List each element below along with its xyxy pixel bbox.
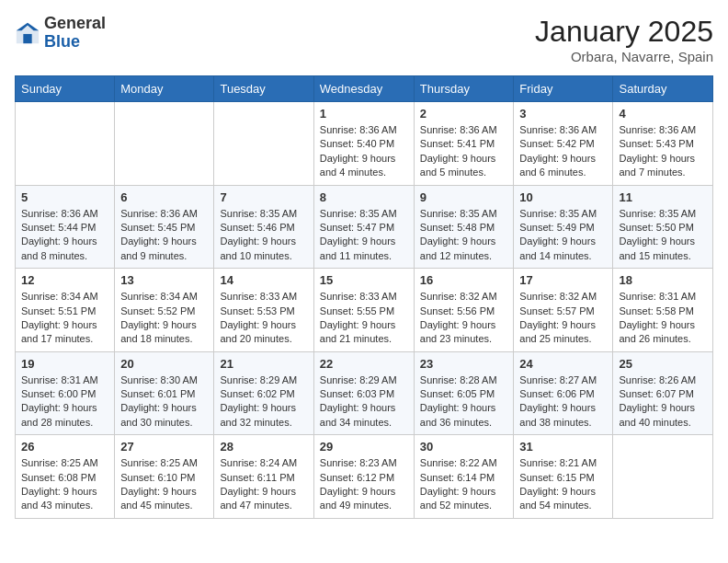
- calendar-cell: 11Sunrise: 8:35 AMSunset: 5:50 PMDayligh…: [613, 185, 713, 269]
- cell-line: Daylight: 9 hours: [21, 485, 108, 499]
- cell-line: Daylight: 9 hours: [120, 235, 208, 248]
- calendar-cell: [115, 102, 214, 186]
- cell-line: Sunset: 5:49 PM: [519, 221, 607, 235]
- cell-line: Daylight: 9 hours: [320, 485, 408, 499]
- cell-line: Daylight: 9 hours: [120, 318, 208, 332]
- cell-line: Sunset: 5:55 PM: [320, 304, 408, 318]
- cell-line: Daylight: 9 hours: [21, 318, 108, 332]
- cell-line: and 14 minutes.: [519, 249, 607, 263]
- cell-line: Daylight: 9 hours: [519, 485, 607, 499]
- cell-line: Sunset: 5:47 PM: [320, 221, 408, 235]
- cell-content: Sunrise: 8:35 AMSunset: 5:47 PMDaylight:…: [320, 207, 408, 264]
- calendar-cell: 18Sunrise: 8:31 AMSunset: 5:58 PMDayligh…: [613, 269, 713, 352]
- cell-line: Sunset: 5:52 PM: [120, 304, 208, 318]
- cell-line: Sunset: 6:00 PM: [21, 387, 108, 401]
- cell-line: Sunset: 5:51 PM: [21, 304, 108, 318]
- cell-content: Sunrise: 8:25 AMSunset: 6:08 PMDaylight:…: [21, 456, 108, 513]
- calendar-week-5: 26Sunrise: 8:25 AMSunset: 6:08 PMDayligh…: [16, 435, 713, 519]
- calendar-week-2: 5Sunrise: 8:36 AMSunset: 5:44 PMDaylight…: [16, 185, 713, 269]
- calendar-cell: 14Sunrise: 8:33 AMSunset: 5:53 PMDayligh…: [214, 269, 313, 352]
- cell-line: Sunset: 5:44 PM: [21, 221, 108, 235]
- day-number: 10: [519, 190, 607, 204]
- cell-line: Sunset: 5:43 PM: [619, 137, 707, 151]
- cell-line: and 9 minutes.: [120, 249, 208, 263]
- calendar-cell: 25Sunrise: 8:26 AMSunset: 6:07 PMDayligh…: [613, 351, 713, 435]
- cell-line: Sunrise: 8:21 AM: [519, 456, 607, 470]
- cell-content: Sunrise: 8:29 AMSunset: 6:02 PMDaylight:…: [220, 373, 307, 431]
- day-number: 8: [320, 190, 408, 204]
- day-number: 24: [519, 357, 607, 371]
- calendar-cell: [613, 435, 713, 519]
- day-number: 6: [120, 190, 208, 204]
- cell-content: Sunrise: 8:36 AMSunset: 5:42 PMDaylight:…: [519, 123, 607, 180]
- cell-line: Sunset: 6:08 PM: [21, 471, 108, 485]
- cell-line: Sunrise: 8:36 AM: [320, 123, 408, 137]
- calendar-cell: 31Sunrise: 8:21 AMSunset: 6:15 PMDayligh…: [514, 435, 613, 519]
- cell-line: Daylight: 9 hours: [21, 401, 108, 415]
- calendar-cell: 2Sunrise: 8:36 AMSunset: 5:41 PMDaylight…: [414, 102, 514, 186]
- cell-line: Sunrise: 8:32 AM: [519, 290, 607, 304]
- cell-line: Sunrise: 8:26 AM: [619, 373, 707, 387]
- cell-line: and 36 minutes.: [420, 416, 508, 430]
- cell-content: Sunrise: 8:35 AMSunset: 5:49 PMDaylight:…: [519, 207, 607, 264]
- day-number: 22: [320, 357, 408, 371]
- cell-line: Sunset: 6:02 PM: [220, 387, 307, 401]
- cell-line: and 6 minutes.: [519, 166, 607, 179]
- day-number: 17: [519, 273, 607, 287]
- calendar-cell: 7Sunrise: 8:35 AMSunset: 5:46 PMDaylight…: [214, 185, 313, 269]
- calendar-cell: 9Sunrise: 8:35 AMSunset: 5:48 PMDaylight…: [414, 185, 514, 269]
- cell-line: Sunset: 6:07 PM: [619, 387, 707, 401]
- cell-line: and 28 minutes.: [21, 416, 108, 430]
- cell-line: Sunset: 5:46 PM: [220, 221, 307, 235]
- cell-line: Sunset: 5:42 PM: [519, 137, 607, 151]
- title-block: January 2025 Orbara, Navarre, Spain: [535, 15, 713, 64]
- cell-line: and 25 minutes.: [519, 332, 607, 346]
- cell-content: Sunrise: 8:22 AMSunset: 6:14 PMDaylight:…: [420, 456, 508, 513]
- calendar-col-tuesday: Tuesday: [214, 76, 313, 102]
- calendar-cell: 15Sunrise: 8:33 AMSunset: 5:55 PMDayligh…: [313, 269, 414, 352]
- cell-line: and 54 minutes.: [519, 499, 607, 512]
- cell-line: Daylight: 9 hours: [120, 485, 208, 499]
- calendar-cell: 13Sunrise: 8:34 AMSunset: 5:52 PMDayligh…: [115, 269, 214, 352]
- cell-line: Sunset: 5:45 PM: [120, 221, 208, 235]
- calendar-cell: 5Sunrise: 8:36 AMSunset: 5:44 PMDaylight…: [16, 185, 115, 269]
- cell-line: Sunset: 5:56 PM: [420, 304, 508, 318]
- calendar-cell: 22Sunrise: 8:29 AMSunset: 6:03 PMDayligh…: [313, 351, 414, 435]
- day-number: 23: [420, 357, 508, 371]
- day-number: 7: [220, 190, 307, 204]
- cell-line: Sunrise: 8:30 AM: [120, 373, 208, 387]
- cell-line: Daylight: 9 hours: [320, 152, 408, 166]
- calendar-cell: 29Sunrise: 8:23 AMSunset: 6:12 PMDayligh…: [313, 435, 414, 519]
- cell-line: and 7 minutes.: [619, 166, 707, 179]
- cell-content: Sunrise: 8:26 AMSunset: 6:07 PMDaylight:…: [619, 373, 707, 431]
- cell-line: Sunset: 6:01 PM: [120, 387, 208, 401]
- cell-line: and 15 minutes.: [619, 249, 707, 263]
- day-number: 28: [220, 440, 307, 454]
- cell-line: and 11 minutes.: [320, 249, 408, 263]
- calendar-cell: 24Sunrise: 8:27 AMSunset: 6:06 PMDayligh…: [514, 351, 613, 435]
- cell-line: Sunrise: 8:36 AM: [619, 123, 707, 137]
- cell-line: Daylight: 9 hours: [420, 318, 508, 332]
- cell-line: Daylight: 9 hours: [320, 401, 408, 415]
- cell-line: Sunset: 5:48 PM: [420, 221, 508, 235]
- day-number: 20: [120, 357, 208, 371]
- cell-line: Daylight: 9 hours: [420, 401, 508, 415]
- calendar-cell: 17Sunrise: 8:32 AMSunset: 5:57 PMDayligh…: [514, 269, 613, 352]
- cell-content: Sunrise: 8:29 AMSunset: 6:03 PMDaylight:…: [320, 373, 408, 431]
- cell-line: and 43 minutes.: [21, 499, 108, 512]
- cell-line: Daylight: 9 hours: [220, 485, 307, 499]
- cell-line: Daylight: 9 hours: [220, 235, 307, 248]
- cell-content: Sunrise: 8:27 AMSunset: 6:06 PMDaylight:…: [519, 373, 607, 431]
- cell-line: and 32 minutes.: [220, 416, 307, 430]
- cell-line: Sunrise: 8:31 AM: [21, 373, 108, 387]
- cell-line: Daylight: 9 hours: [420, 152, 508, 166]
- day-number: 2: [420, 107, 508, 121]
- calendar-cell: [16, 102, 115, 186]
- calendar-col-saturday: Saturday: [613, 76, 713, 102]
- day-number: 15: [320, 273, 408, 287]
- cell-line: Sunset: 6:11 PM: [220, 471, 307, 485]
- calendar-cell: 26Sunrise: 8:25 AMSunset: 6:08 PMDayligh…: [16, 435, 115, 519]
- calendar-cell: 27Sunrise: 8:25 AMSunset: 6:10 PMDayligh…: [115, 435, 214, 519]
- cell-line: Daylight: 9 hours: [619, 235, 707, 248]
- calendar-cell: 21Sunrise: 8:29 AMSunset: 6:02 PMDayligh…: [214, 351, 313, 435]
